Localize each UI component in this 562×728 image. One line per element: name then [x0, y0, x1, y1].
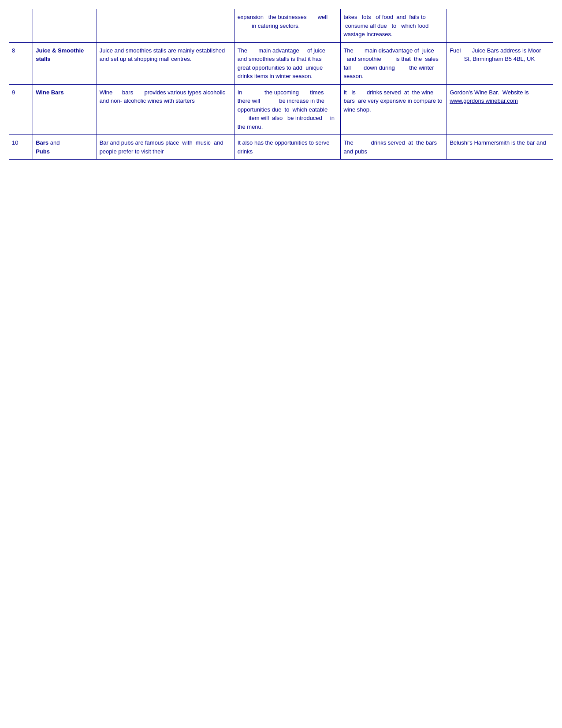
row-advantage-continuation: expansion the businesses well in caterin…	[234, 9, 341, 43]
row-8-disadvantage: The main disadvantage of juice and smoot…	[341, 42, 447, 84]
row-9-disadvantage: It is drinks served at the wine bars are…	[341, 84, 447, 135]
table-row-continuation: expansion the businesses well in caterin…	[9, 9, 553, 43]
row-10-desc: Bar and pubs are famous place with music…	[97, 135, 234, 160]
row-9-desc: Wine bars provides various types alcohol…	[97, 84, 234, 135]
row-8-name: Juice & Smoothie stalls	[33, 42, 97, 84]
gordons-winebar-link[interactable]: www.gordons winebar.com	[450, 97, 518, 104]
row-10-name-text: Bars	[36, 139, 48, 146]
row-10-disadvantage: The drinks served at the bars and pubs	[341, 135, 447, 160]
row-9-advantage: In the upcoming times there will be incr…	[234, 84, 341, 135]
row-desc-blank	[97, 9, 234, 43]
row-8-desc: Juice and smoothies stalls are mainly es…	[97, 42, 234, 84]
row-8-num: 8	[9, 42, 33, 84]
row-10-pubs-text: Pubs	[36, 148, 50, 155]
row-9-name: Wine Bars	[33, 84, 97, 135]
row-10-num: 10	[9, 135, 33, 160]
row-9-name-text: Wine Bars	[36, 89, 63, 96]
row-10-and: and	[50, 139, 60, 146]
row-8-example: Fuel Juice Bars address is Moor St, Birm…	[447, 42, 553, 84]
row-disadvantage-continuation: takes lots of food and fails to consume …	[341, 9, 447, 43]
row-example-blank	[447, 9, 553, 43]
table-row-10: 10 Bars and Pubs Bar and pubs are famous…	[9, 135, 553, 160]
row-10-advantage: It also has the opportunities to serve d…	[234, 135, 341, 160]
row-num-blank	[9, 9, 33, 43]
table-row-8: 8 Juice & Smoothie stalls Juice and smoo…	[9, 42, 553, 84]
row-8-name-text: Juice & Smoothie stalls	[36, 47, 84, 63]
row-10-name: Bars and Pubs	[33, 135, 97, 160]
row-9-example: Gordon's Wine Bar. Website is www.gordon…	[447, 84, 553, 135]
row-9-num: 9	[9, 84, 33, 135]
row-name-blank	[33, 9, 97, 43]
table-row-9: 9 Wine Bars Wine bars provides various t…	[9, 84, 553, 135]
row-10-example: Belushi's Hammersmith is the bar and	[447, 135, 553, 160]
row-8-advantage: The main advantage of juice and smoothie…	[234, 42, 341, 84]
